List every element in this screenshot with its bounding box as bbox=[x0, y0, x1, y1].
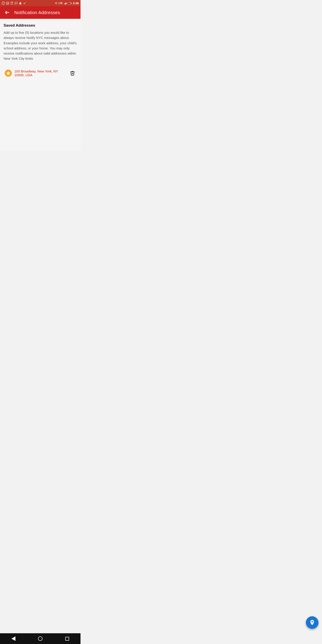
svg-text:!: ! bbox=[3, 2, 4, 4]
delete-address-button[interactable] bbox=[69, 70, 76, 77]
section-description: Add up to five (5) locations you would l… bbox=[4, 30, 77, 61]
status-icons-right: LTE 2:48 bbox=[55, 2, 79, 5]
status-time: 2:48 bbox=[73, 2, 79, 5]
svg-rect-13 bbox=[68, 2, 70, 4]
status-bar: ! LTE bbox=[0, 0, 80, 6]
check-icon bbox=[23, 2, 26, 5]
chat-icon bbox=[14, 2, 18, 5]
svg-rect-7 bbox=[56, 2, 56, 4]
app-bar-title: Notification Addresses bbox=[14, 10, 60, 15]
svg-rect-12 bbox=[71, 3, 72, 3]
vibrate-icon bbox=[55, 2, 58, 5]
alert-icon: ! bbox=[2, 2, 5, 5]
address-list: 100 Broadway, New York, NY 10005, USA bbox=[4, 68, 77, 79]
status-icons-left: ! bbox=[2, 2, 26, 5]
lte-label: LTE bbox=[58, 2, 62, 4]
star-icon bbox=[4, 69, 12, 77]
app-bar: Notification Addresses bbox=[0, 6, 80, 19]
svg-point-3 bbox=[7, 2, 8, 3]
lock-icon bbox=[19, 2, 22, 5]
svg-rect-6 bbox=[20, 3, 21, 4]
back-button[interactable] bbox=[4, 9, 11, 16]
main-content: Saved Addresses Add up to five (5) locat… bbox=[0, 19, 80, 150]
section-title: Saved Addresses bbox=[4, 23, 77, 28]
trash-icon bbox=[70, 70, 75, 76]
clipboard-icon bbox=[10, 2, 14, 5]
signal-icon bbox=[64, 2, 67, 5]
address-item: 100 Broadway, New York, NY 10005, USA bbox=[4, 68, 77, 79]
address-text: 100 Broadway, New York, NY 10005, USA bbox=[14, 69, 67, 77]
image-icon bbox=[6, 2, 9, 5]
svg-marker-10 bbox=[64, 2, 66, 4]
battery-icon bbox=[68, 2, 72, 4]
